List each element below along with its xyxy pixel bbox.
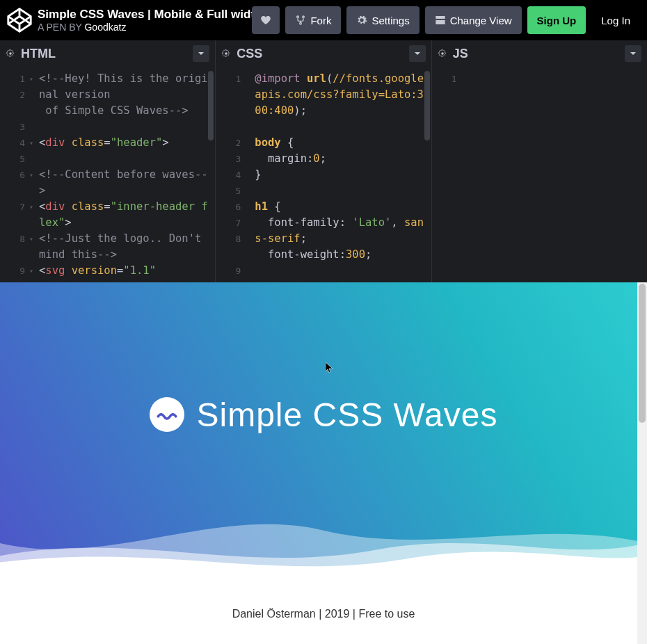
html-gutter: 1 2 3 4 5 6 7 8 9 [0, 67, 28, 282]
codepen-logo[interactable] [7, 8, 32, 33]
heart-button[interactable] [252, 6, 280, 34]
result-pane: Simple CSS Waves Daniel Österman | 2019 … [0, 282, 647, 644]
pen-byline: A PEN BY Goodkatz [38, 22, 246, 33]
scrollbar[interactable] [424, 71, 430, 140]
svg-point-4 [441, 52, 444, 55]
layout-icon [435, 15, 446, 26]
wave-graphic [0, 505, 647, 581]
chevron-down-icon [198, 50, 205, 57]
css-panel-menu[interactable] [409, 45, 426, 62]
js-panel-menu[interactable] [625, 45, 641, 62]
gear-icon[interactable] [6, 49, 15, 58]
html-panel-menu[interactable] [193, 45, 209, 62]
js-panel-header: JS [432, 40, 647, 67]
css-code[interactable]: @import url(//fonts.googleapis.com/css?f… [243, 67, 431, 282]
settings-label: Settings [372, 15, 409, 26]
svg-rect-0 [436, 16, 445, 19]
top-bar: Simple CSS Waves | Mobile & Full width A… [0, 0, 647, 40]
js-gutter: 1 [432, 67, 460, 282]
css-editor[interactable]: 1 2 3 4 5 6 7 8 9 @import url(//fonts.go… [216, 67, 431, 282]
svg-point-2 [9, 52, 12, 55]
byline-prefix: A PEN BY [38, 22, 84, 33]
result-scrollbar[interactable] [637, 282, 647, 644]
html-panel-title: HTML [21, 47, 56, 61]
gear-icon[interactable] [221, 49, 231, 58]
editor-panels: HTML 1 2 3 4 5 6 7 8 9 <!--Hey! This is … [0, 40, 647, 282]
hero: Simple CSS Waves [0, 282, 647, 581]
pen-author[interactable]: Goodkatz [84, 22, 126, 33]
hero-inner: Simple CSS Waves [150, 396, 498, 434]
chevron-down-icon [630, 50, 637, 57]
css-panel-header: CSS [216, 40, 431, 67]
change-view-label: Change View [450, 15, 512, 26]
hero-title: Simple CSS Waves [197, 396, 498, 434]
settings-button[interactable]: Settings [346, 6, 419, 34]
cursor-icon [326, 362, 334, 373]
preview-footer: Daniel Österman | 2019 | Free to use [0, 581, 647, 620]
fork-label: Fork [310, 15, 331, 26]
fork-button[interactable]: Fork [285, 6, 341, 34]
gear-icon[interactable] [438, 49, 447, 58]
js-editor[interactable]: 1 [432, 67, 647, 282]
login-button[interactable]: Log In [591, 6, 640, 34]
html-editor[interactable]: 1 2 3 4 5 6 7 8 9 <!--Hey! This is the o… [0, 67, 215, 282]
signup-button[interactable]: Sign Up [527, 6, 586, 34]
pen-meta: Simple CSS Waves | Mobile & Full width A… [38, 8, 246, 33]
html-panel: HTML 1 2 3 4 5 6 7 8 9 <!--Hey! This is … [0, 40, 216, 282]
heart-icon [260, 15, 271, 26]
svg-point-3 [225, 52, 228, 55]
css-panel: CSS 1 2 3 4 5 6 7 8 9 @import url(//font… [216, 40, 431, 282]
js-panel-title: JS [453, 47, 468, 61]
js-code[interactable] [460, 67, 647, 282]
html-code[interactable]: <!--Hey! This is the original version of… [28, 67, 215, 282]
css-panel-title: CSS [237, 47, 262, 61]
js-panel: JS 1 [432, 40, 647, 282]
scrollbar[interactable] [208, 71, 214, 140]
css-gutter: 1 2 3 4 5 6 7 8 9 [216, 67, 243, 282]
change-view-button[interactable]: Change View [425, 6, 522, 34]
chevron-down-icon [414, 50, 421, 57]
html-panel-header: HTML [0, 40, 215, 67]
gear-icon [356, 15, 367, 26]
pen-title: Simple CSS Waves | Mobile & Full width [38, 8, 246, 22]
svg-rect-1 [436, 20, 445, 24]
wave-icon [150, 397, 184, 432]
fork-icon [295, 15, 306, 26]
